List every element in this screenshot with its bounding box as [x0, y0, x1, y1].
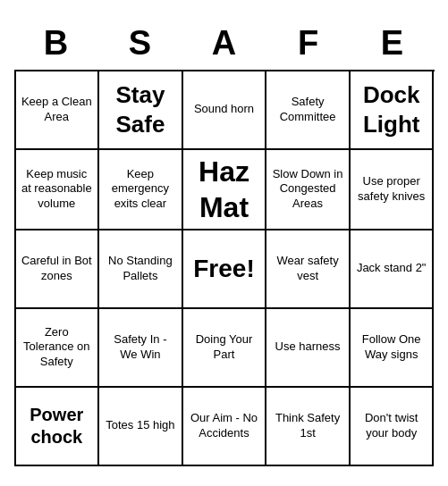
cell-7[interactable]: Haz Mat	[183, 150, 267, 230]
cell-13[interactable]: Wear safety vest	[266, 230, 351, 309]
cell-12[interactable]: Free!	[183, 230, 267, 309]
cell-19[interactable]: Follow One Way signs	[351, 309, 435, 388]
cell-1[interactable]: Stay Safe	[99, 71, 183, 150]
cell-17[interactable]: Doing Your Part	[183, 309, 267, 388]
cell-15[interactable]: Zero Tolerance on Safety	[16, 309, 100, 388]
cell-16[interactable]: Safety In - We Win	[99, 309, 183, 388]
header-e: E	[351, 21, 435, 66]
header-row: B S A F E	[14, 21, 435, 66]
cell-11[interactable]: No Standing Pallets	[99, 230, 183, 309]
cell-21[interactable]: Totes 15 high	[99, 388, 183, 466]
cell-14[interactable]: Jack stand 2"	[351, 230, 435, 309]
header-b: B	[14, 21, 98, 66]
cell-22[interactable]: Our Aim - No Accidents	[183, 388, 267, 466]
header-s: S	[98, 21, 182, 66]
cell-4[interactable]: Dock Light	[351, 71, 435, 150]
cell-3[interactable]: Safety Committee	[266, 71, 351, 150]
cell-8[interactable]: Slow Down in Congested Areas	[266, 150, 351, 230]
bingo-grid: Keep a Clean AreaStay SafeSound hornSafe…	[14, 70, 435, 466]
cell-6[interactable]: Keep emergency exits clear	[99, 150, 183, 230]
cell-24[interactable]: Don't twist your body	[351, 388, 435, 466]
cell-0[interactable]: Keep a Clean Area	[16, 71, 100, 150]
cell-23[interactable]: Think Safety 1st	[266, 388, 351, 466]
cell-2[interactable]: Sound horn	[183, 71, 267, 150]
cell-18[interactable]: Use harness	[266, 309, 351, 388]
cell-5[interactable]: Keep music at reasonable volume	[16, 150, 100, 230]
header-f: F	[266, 21, 351, 66]
cell-9[interactable]: Use proper safety knives	[351, 150, 435, 230]
bingo-card: B S A F E Keep a Clean AreaStay SafeSoun…	[5, 12, 444, 475]
header-a: A	[182, 21, 266, 66]
cell-10[interactable]: Careful in Bot zones	[16, 230, 100, 309]
cell-20[interactable]: Power chock	[16, 388, 100, 466]
